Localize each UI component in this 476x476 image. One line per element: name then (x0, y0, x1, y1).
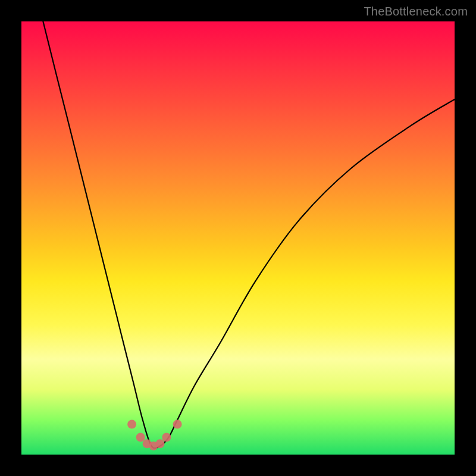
curve-marker (156, 439, 165, 448)
chart-frame: TheBottleneck.com (0, 0, 476, 476)
chart-plot-area (21, 21, 455, 455)
curve-marker (136, 433, 145, 441)
curve-marker (127, 420, 136, 429)
watermark-text: TheBottleneck.com (364, 5, 468, 18)
chart-svg (21, 21, 455, 455)
curve-marker (173, 420, 182, 429)
bottleneck-curve (43, 21, 455, 448)
marker-group (127, 420, 182, 450)
curve-marker (162, 433, 171, 441)
